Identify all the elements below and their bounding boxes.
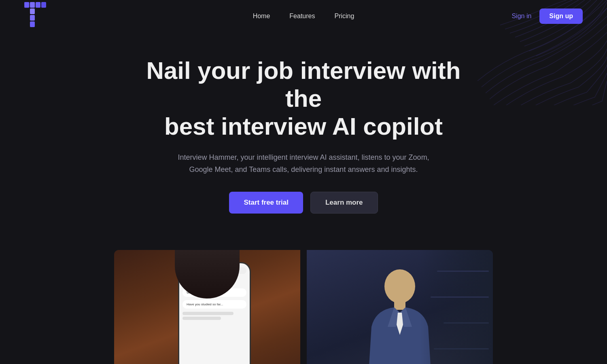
nav-pricing[interactable]: Pricing — [334, 13, 354, 20]
preview-left-panel: ⟳ Loading... Who are you? Have you studi… — [114, 250, 300, 364]
preview-right-panel — [307, 250, 493, 364]
logo[interactable] — [24, 2, 46, 30]
navbar: Home Features Pricing Sign in Sign up — [0, 0, 607, 32]
svg-rect-5 — [30, 15, 35, 21]
start-trial-button[interactable]: Start free trial — [229, 192, 303, 214]
nav-home[interactable]: Home — [253, 13, 270, 20]
preview-container: ⟳ Loading... Who are you? Have you studi… — [0, 250, 607, 364]
nav-auth: Sign in Sign up — [511, 8, 583, 24]
svg-rect-0 — [24, 2, 29, 8]
hero-section: Nail your job interview with the best in… — [0, 32, 607, 250]
nav-links: Home Features Pricing — [253, 13, 354, 20]
svg-point-9 — [384, 269, 415, 303]
svg-rect-3 — [41, 2, 46, 8]
hero-title: Nail your job interview with the best in… — [146, 57, 461, 140]
person-preview — [307, 250, 493, 364]
learn-more-button[interactable]: Learn more — [310, 192, 378, 214]
svg-rect-2 — [36, 2, 40, 8]
hero-cta-buttons: Start free trial Learn more — [8, 192, 599, 214]
chat-bubble-2: Have you studied so far... — [183, 300, 246, 309]
svg-rect-10 — [394, 302, 405, 310]
logo-icon — [24, 2, 46, 30]
hero-subtitle: Interview Hammer, your intelligent inter… — [174, 152, 433, 176]
nav-features[interactable]: Features — [289, 13, 315, 20]
signup-button[interactable]: Sign up — [539, 8, 583, 24]
svg-rect-6 — [30, 21, 35, 27]
svg-rect-1 — [30, 2, 35, 8]
signin-button[interactable]: Sign in — [511, 13, 531, 20]
panel-divider — [300, 250, 307, 364]
svg-rect-4 — [30, 8, 35, 14]
